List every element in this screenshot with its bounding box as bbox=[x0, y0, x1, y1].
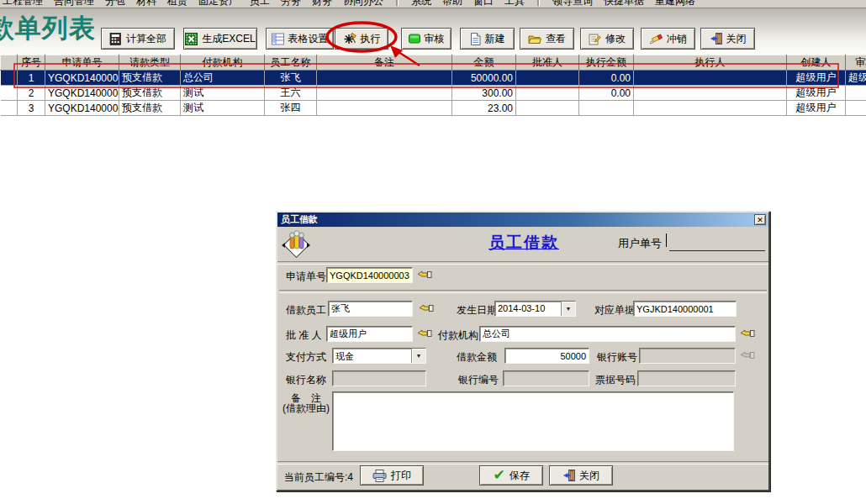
cell[interactable]: 王六 bbox=[265, 86, 317, 101]
cell[interactable]: 测试 bbox=[181, 86, 265, 101]
cell[interactable]: 超级用户 bbox=[787, 86, 846, 101]
new-button[interactable]: 新建 bbox=[460, 28, 515, 50]
pay-org-input[interactable] bbox=[479, 326, 736, 342]
menu-item[interactable]: 重建网络 bbox=[655, 0, 695, 8]
menu-item[interactable]: 协同办公 bbox=[343, 0, 383, 8]
cell[interactable]: 50000.00 bbox=[452, 71, 516, 86]
menu-item[interactable]: 劳务 bbox=[281, 0, 301, 8]
cell[interactable]: 预支借款 bbox=[119, 101, 181, 116]
menu-item[interactable]: 租赁 bbox=[167, 0, 187, 8]
menu-item[interactable]: 财务 bbox=[312, 0, 332, 8]
cell[interactable] bbox=[634, 101, 787, 116]
menu-item[interactable]: 材料 bbox=[136, 0, 156, 8]
chevron-down-icon[interactable]: ▼ bbox=[561, 302, 575, 316]
cell[interactable]: 测试 bbox=[181, 101, 265, 116]
cell[interactable] bbox=[634, 86, 787, 101]
audit-button[interactable]: 审核 bbox=[401, 28, 451, 50]
cell[interactable] bbox=[846, 86, 866, 101]
col-header[interactable]: 创建人 bbox=[787, 55, 846, 71]
col-header[interactable]: 序号 bbox=[18, 55, 45, 71]
table-settings-button[interactable]: 表格设置 bbox=[266, 28, 334, 50]
borrower-picker-hand-icon[interactable] bbox=[419, 302, 435, 316]
cell[interactable]: 23.00 bbox=[452, 101, 516, 116]
cell[interactable] bbox=[516, 101, 579, 116]
date-combobox[interactable]: 2014-03-10 ▼ bbox=[494, 301, 576, 317]
writeoff-button[interactable]: 冲销 bbox=[641, 28, 695, 50]
cell[interactable]: 超级用户 bbox=[787, 71, 846, 86]
cell[interactable] bbox=[634, 71, 787, 86]
dialog-titlebar[interactable]: 员工借款 bbox=[277, 213, 768, 227]
cell[interactable]: 2 bbox=[18, 86, 45, 101]
borrower-input[interactable] bbox=[328, 301, 413, 317]
remark-textarea[interactable] bbox=[332, 391, 734, 451]
cell[interactable] bbox=[516, 86, 579, 101]
row-selector[interactable] bbox=[1, 101, 18, 116]
cell[interactable]: YGQKD140000001 bbox=[45, 101, 119, 116]
col-header[interactable]: 执行人 bbox=[634, 55, 787, 71]
table-row[interactable]: 3 YGQKD140000001 预支借款 测试 张四 23.00 超级用户 bbox=[1, 101, 866, 116]
cell[interactable]: 超级用户 bbox=[787, 101, 846, 116]
menu-item[interactable]: 帮助 bbox=[442, 0, 462, 8]
user-no-input[interactable] bbox=[669, 250, 765, 251]
menu-item[interactable]: 工具 bbox=[504, 0, 525, 8]
col-header[interactable]: 申请单号 bbox=[45, 55, 119, 71]
menu-item[interactable]: 领导查询 bbox=[552, 0, 593, 8]
cell[interactable]: 总公司 bbox=[181, 71, 265, 86]
apply-no-input[interactable] bbox=[326, 267, 413, 283]
cell[interactable] bbox=[317, 101, 452, 116]
approver-input[interactable] bbox=[326, 326, 413, 342]
approver-picker-hand-icon[interactable] bbox=[417, 327, 433, 341]
apply-no-picker-hand-icon[interactable] bbox=[417, 268, 433, 282]
cell[interactable]: YGQKD140000002 bbox=[45, 86, 119, 101]
close-button[interactable]: 关闭 bbox=[700, 28, 755, 50]
pay-method-combobox[interactable]: 现金 ▼ bbox=[332, 348, 426, 364]
col-header[interactable]: 批准人 bbox=[516, 55, 579, 71]
dialog-close-button[interactable]: 关闭 bbox=[549, 465, 613, 486]
cell[interactable]: 预支借款 bbox=[119, 71, 181, 86]
menu-item[interactable]: 快捷单据 bbox=[604, 0, 644, 8]
cell[interactable] bbox=[516, 71, 579, 86]
col-header[interactable]: 请款类型 bbox=[119, 55, 181, 71]
ref-no-input[interactable] bbox=[633, 301, 737, 317]
menu-item[interactable]: 固定资产 bbox=[198, 0, 239, 8]
table-row-selected[interactable]: 1 YGQKD140000003 预支借款 总公司 张飞 50000.00 0.… bbox=[1, 71, 866, 86]
amount-input[interactable] bbox=[504, 348, 589, 364]
cell[interactable]: 张飞 bbox=[265, 71, 317, 86]
cell[interactable]: YGQKD140000003 bbox=[45, 71, 119, 86]
cell[interactable] bbox=[317, 71, 452, 86]
cell[interactable] bbox=[579, 101, 634, 116]
row-selector[interactable] bbox=[1, 71, 18, 86]
menu-item[interactable]: 合同管理 bbox=[54, 0, 94, 8]
col-header[interactable]: 员工名称 bbox=[265, 55, 317, 71]
execute-button[interactable]: 执行 bbox=[335, 28, 388, 50]
cell[interactable]: 张四 bbox=[265, 101, 317, 116]
cell[interactable]: 预支借款 bbox=[119, 86, 181, 101]
cell[interactable]: 0.00 bbox=[579, 71, 634, 86]
row-selector[interactable] bbox=[1, 86, 18, 101]
menu-item[interactable]: 窗口 bbox=[473, 0, 494, 8]
dialog-close-icon[interactable]: ✕ bbox=[754, 214, 766, 225]
cell[interactable] bbox=[846, 101, 866, 116]
menu-item[interactable]: 分包 bbox=[105, 0, 125, 8]
pay-org-picker-hand-icon[interactable] bbox=[740, 327, 756, 341]
col-header[interactable]: 备注 bbox=[317, 55, 452, 71]
export-excel-button[interactable]: 生成EXCEL bbox=[183, 28, 257, 50]
menu-item[interactable]: 工程管理 bbox=[3, 0, 43, 8]
table-row[interactable]: 2 YGQKD140000002 预支借款 测试 王六 300.00 0.00 … bbox=[1, 86, 866, 101]
col-header[interactable]: 执行金额 bbox=[579, 55, 634, 71]
modify-button[interactable]: 修改 bbox=[580, 28, 634, 50]
print-button[interactable]: 打印 bbox=[360, 465, 424, 486]
cell[interactable]: 超级用户 bbox=[846, 71, 866, 86]
chevron-down-icon[interactable]: ▼ bbox=[411, 349, 425, 363]
col-header[interactable]: 审核人 bbox=[846, 55, 866, 71]
view-button[interactable]: 查看 bbox=[520, 28, 574, 50]
cell[interactable]: 0.00 bbox=[579, 86, 634, 101]
cell[interactable]: 300.00 bbox=[452, 86, 516, 101]
col-header[interactable]: 付款机构 bbox=[181, 55, 265, 71]
cell[interactable] bbox=[317, 86, 452, 101]
cell[interactable]: 3 bbox=[18, 101, 45, 116]
calc-all-button[interactable]: 计算全部 bbox=[101, 28, 175, 50]
cell[interactable]: 1 bbox=[18, 71, 45, 86]
save-button[interactable]: ✔ 保存 bbox=[479, 465, 543, 486]
menu-item[interactable]: 员工 bbox=[250, 0, 270, 8]
